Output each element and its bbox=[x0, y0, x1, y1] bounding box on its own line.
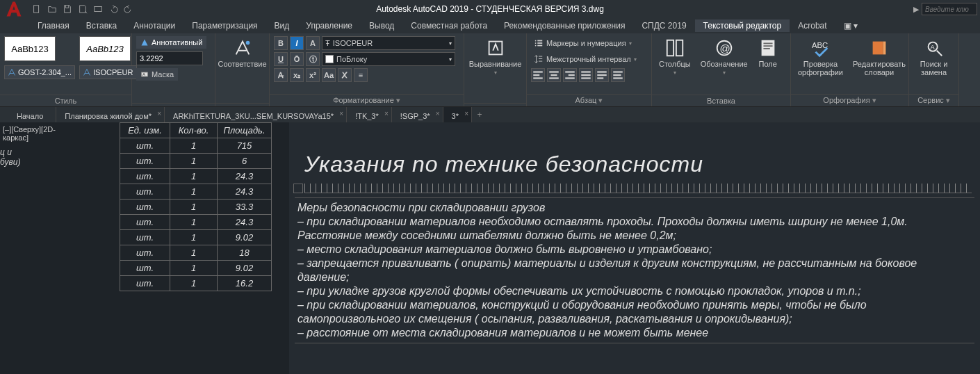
specification-table[interactable]: Ед. изм.Кол-во.Площадь. шт.1715шт.16шт.1… bbox=[120, 122, 272, 291]
document-tab-2[interactable]: ARKhITEKTURA_3KU...SEM_KURSOVAYa15*× bbox=[165, 107, 347, 122]
ruler-corner-icon[interactable] bbox=[293, 184, 303, 193]
table-cell[interactable]: 1 bbox=[170, 169, 218, 184]
mtext-body[interactable]: Меры безопасности при складировании груз… bbox=[295, 197, 974, 343]
table-cell[interactable]: 24.3 bbox=[218, 215, 272, 230]
table-cell[interactable]: 9.02 bbox=[218, 230, 272, 245]
save-icon[interactable] bbox=[61, 3, 74, 15]
document-tab-3[interactable]: !TK_3*× bbox=[347, 107, 392, 122]
mtext-line[interactable]: Меры безопасности при складировании груз… bbox=[297, 201, 972, 215]
subscript-button[interactable]: x₂ bbox=[290, 68, 304, 82]
panel-paragraph-title[interactable]: Абзац bbox=[527, 94, 651, 106]
table-cell[interactable]: 24.3 bbox=[218, 169, 272, 184]
saveas-icon[interactable] bbox=[76, 3, 89, 15]
symbol-button[interactable]: @ Обозначение▾ bbox=[698, 36, 751, 77]
clear-button[interactable]: X̸ bbox=[338, 68, 352, 82]
annotative-button[interactable]: Аннотативный bbox=[136, 36, 206, 49]
font-icon[interactable]: A bbox=[306, 36, 320, 50]
table-row[interactable]: шт.118 bbox=[120, 245, 272, 261]
help-search-input[interactable] bbox=[922, 3, 977, 15]
ribbon-tab-expand[interactable]: ▣ ▾ bbox=[835, 19, 866, 32]
table-row[interactable]: шт.19.02 bbox=[120, 230, 272, 245]
table-cell[interactable]: 18 bbox=[218, 245, 272, 261]
linespace-button[interactable]: Межстрочный интервал ▾ bbox=[531, 52, 639, 66]
table-cell[interactable]: шт. bbox=[120, 230, 170, 245]
mtext-line[interactable]: – при складировании материалов необходим… bbox=[297, 215, 972, 243]
table-header[interactable]: Ед. изм. bbox=[120, 123, 170, 138]
close-tab-icon[interactable]: × bbox=[436, 110, 440, 117]
mtext-line[interactable]: – запрещается приваливать ( опирать) мат… bbox=[297, 257, 972, 284]
table-cell[interactable]: шт. bbox=[120, 276, 170, 291]
table-cell[interactable]: 1 bbox=[170, 245, 218, 261]
spellcheck-button[interactable]: ABC Проверка орфографии bbox=[795, 36, 846, 78]
table-cell[interactable]: 9.02 bbox=[218, 261, 272, 276]
redo-icon[interactable] bbox=[122, 3, 135, 15]
justify-button[interactable]: Выравнивание ▾ bbox=[466, 36, 525, 77]
table-cell[interactable]: 1 bbox=[170, 276, 218, 291]
document-tab-0[interactable]: Начало bbox=[8, 107, 56, 122]
table-row[interactable]: шт.133.3 bbox=[120, 200, 272, 215]
table-row[interactable]: шт.16 bbox=[120, 154, 272, 169]
document-tab-5[interactable]: 3*× bbox=[443, 107, 472, 122]
undo-icon[interactable] bbox=[107, 3, 120, 15]
table-cell[interactable]: 1 bbox=[170, 154, 218, 169]
columns-button[interactable]: Столбцы▾ bbox=[656, 36, 694, 77]
align-right-button[interactable] bbox=[563, 68, 577, 82]
table-row[interactable]: шт.124.3 bbox=[120, 169, 272, 184]
layer-combo[interactable]: ПоБлоку ▾ bbox=[322, 52, 455, 66]
view-control-label[interactable]: [–][Сверху][2D-каркас] bbox=[0, 122, 78, 145]
italic-button[interactable]: I bbox=[290, 36, 304, 50]
textstyle-sample-2[interactable]: AaBb123 bbox=[79, 36, 131, 61]
findreplace-button[interactable]: A Поиск и замена bbox=[913, 36, 954, 78]
panel-tools-title[interactable]: Сервис bbox=[909, 94, 958, 106]
table-cell[interactable]: шт. bbox=[120, 215, 170, 230]
table-row[interactable]: шт.116.2 bbox=[120, 276, 272, 291]
superscript-button[interactable]: x² bbox=[306, 68, 320, 82]
table-cell[interactable]: 1 bbox=[170, 261, 218, 276]
align-distributed-button[interactable] bbox=[595, 68, 609, 82]
table-cell[interactable]: шт. bbox=[120, 200, 170, 215]
ribbon-tab-3[interactable]: Параметризация bbox=[183, 19, 266, 32]
mask-button[interactable]: A Маска bbox=[136, 68, 178, 81]
ribbon-tab-4[interactable]: Вид bbox=[266, 19, 298, 32]
ribbon-tab-7[interactable]: Совместная работа bbox=[402, 19, 496, 32]
table-cell[interactable]: 33.3 bbox=[218, 200, 272, 215]
close-tab-icon[interactable]: × bbox=[339, 110, 343, 117]
document-tab-1[interactable]: Планировка жилой дом*× bbox=[56, 107, 165, 122]
ribbon-tab-11[interactable]: Acrobat bbox=[790, 19, 835, 32]
ribbon-tab-10[interactable]: Текстовый редактор bbox=[695, 19, 790, 32]
field-button[interactable]: Поле bbox=[755, 36, 781, 70]
textstyle-sample-1[interactable]: AaBb123 bbox=[4, 36, 56, 61]
table-cell[interactable]: 24.3 bbox=[218, 184, 272, 200]
match-button[interactable]: Соответствие bbox=[215, 36, 270, 70]
text-ruler[interactable] bbox=[304, 184, 972, 193]
case-button[interactable]: Aa bbox=[322, 68, 336, 82]
table-row[interactable]: шт.19.02 bbox=[120, 261, 272, 276]
table-cell[interactable]: 1 bbox=[170, 230, 218, 245]
strikethrough-button[interactable]: A̶ bbox=[274, 68, 288, 82]
mtext-line[interactable]: – при складировании материалов, конструк… bbox=[297, 298, 972, 326]
drawing-viewport[interactable]: [–][Сверху][2D-каркас] ц ибуви) Ед. изм.… bbox=[0, 122, 980, 374]
align-center-button[interactable] bbox=[547, 68, 561, 82]
table-cell[interactable]: шт. bbox=[120, 154, 170, 169]
table-cell[interactable]: 6 bbox=[218, 154, 272, 169]
mtext-line[interactable]: – расстояние от места складирования мате… bbox=[297, 326, 972, 340]
bold-button[interactable]: B bbox=[274, 36, 288, 50]
stack-button[interactable]: ≡ bbox=[354, 68, 368, 82]
table-row[interactable]: шт.1715 bbox=[120, 138, 272, 154]
document-tab-4[interactable]: !SGP_3*× bbox=[392, 107, 443, 122]
table-cell[interactable]: 1 bbox=[170, 200, 218, 215]
close-tab-icon[interactable]: × bbox=[157, 110, 161, 117]
align-default-button[interactable] bbox=[611, 68, 625, 82]
table-cell[interactable]: шт. bbox=[120, 184, 170, 200]
mtext-editor-area[interactable]: Указания по технике безопасности Меры бе… bbox=[289, 122, 980, 374]
mtext-line[interactable]: – место складирования материалов должно … bbox=[297, 243, 972, 257]
ribbon-tab-1[interactable]: Вставка bbox=[78, 19, 126, 32]
new-tab-button[interactable]: + bbox=[472, 107, 487, 122]
ribbon-tab-8[interactable]: Рекомендованные приложения bbox=[496, 19, 633, 32]
plot-icon[interactable] bbox=[92, 3, 104, 15]
table-cell[interactable]: шт. bbox=[120, 138, 170, 154]
ribbon-tab-0[interactable]: Главная bbox=[29, 19, 78, 32]
dictionary-button[interactable]: Редактировать словари bbox=[850, 36, 908, 78]
table-row[interactable]: шт.124.3 bbox=[120, 184, 272, 200]
close-tab-icon[interactable]: × bbox=[384, 110, 389, 117]
